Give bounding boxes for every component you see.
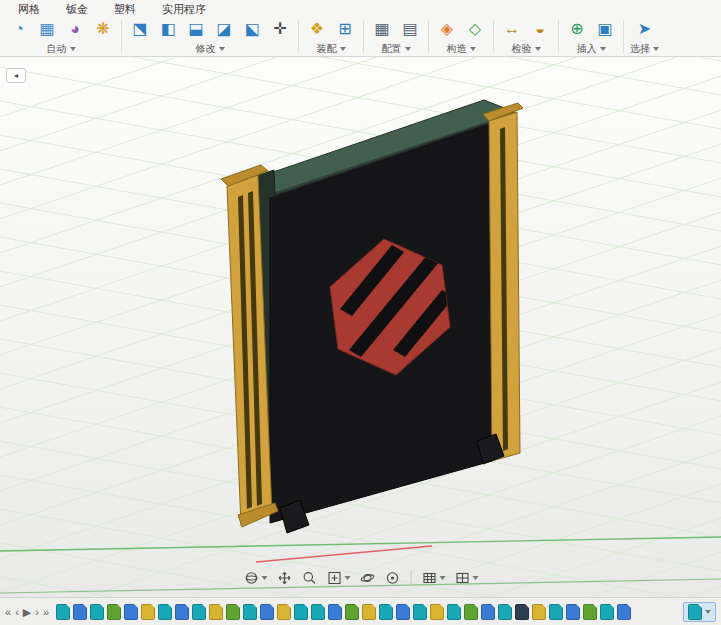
display-settings-button[interactable] <box>240 568 270 588</box>
timeline-feature-13[interactable] <box>260 604 274 620</box>
look-at-button[interactable] <box>381 568 403 588</box>
timeline-feature-15[interactable] <box>294 604 308 620</box>
timeline-feature-23[interactable] <box>430 604 444 620</box>
dropdown-caret-icon <box>470 47 476 51</box>
toolbar-group: ❖⊞装配 <box>300 17 362 56</box>
toolbar-group-label[interactable]: 配置 <box>382 42 411 56</box>
fusion-window: 网格钣金塑料实用程序 ◔▦◕❋自动⬔◧⬓◪⬕✛修改❖⊞装配▦▤配置◈◇构造↔◒检… <box>0 0 721 625</box>
timeline-feature-22[interactable] <box>413 604 427 620</box>
configuration-table-icon[interactable]: ▤ <box>398 17 422 41</box>
timeline-feature-24[interactable] <box>447 604 461 620</box>
mesh-grid-icon[interactable]: ▦ <box>35 17 59 41</box>
timeline-feature-11[interactable] <box>226 604 240 620</box>
timeline-feature-5[interactable] <box>124 604 138 620</box>
timeline-feature-12[interactable] <box>243 604 257 620</box>
construction-axis-icon[interactable]: ◇ <box>463 17 487 41</box>
timeline-feature-4[interactable] <box>107 604 121 620</box>
toolbar-separator <box>558 20 559 53</box>
toolbar-group: ⊕▣插入 <box>560 17 622 56</box>
model-3d[interactable] <box>0 57 721 597</box>
timeline-feature-18[interactable] <box>345 604 359 620</box>
timeline-feature-25[interactable] <box>464 604 478 620</box>
toolbar-group-label[interactable]: 选择 <box>630 42 659 56</box>
toolbar-group-label[interactable]: 修改 <box>196 42 225 56</box>
canvas-icon[interactable]: ▣ <box>593 17 617 41</box>
section-analysis-icon[interactable]: ◒ <box>528 17 552 41</box>
navbar-separator <box>410 570 411 586</box>
generative-icon[interactable]: ❋ <box>91 17 115 41</box>
timeline-feature-19[interactable] <box>362 604 376 620</box>
timeline-feature-17[interactable] <box>328 604 342 620</box>
configure-icon[interactable]: ▦ <box>370 17 394 41</box>
timeline-feature-28[interactable] <box>515 604 529 620</box>
zoom-icon <box>301 570 317 586</box>
timeline-feature-26[interactable] <box>481 604 495 620</box>
dropdown-caret-icon <box>600 47 606 51</box>
dropdown-caret-icon <box>70 47 76 51</box>
timeline-feature-16[interactable] <box>311 604 325 620</box>
toolbar-group-label[interactable]: 构造 <box>447 42 476 56</box>
timeline-feature-30[interactable] <box>549 604 563 620</box>
toolbar-group: ◔▦◕❋自动 <box>2 17 120 56</box>
construction-plane-icon[interactable]: ◈ <box>435 17 459 41</box>
ribbon: 网格钣金塑料实用程序 ◔▦◕❋自动⬔◧⬓◪⬕✛修改❖⊞装配▦▤配置◈◇构造↔◒检… <box>0 0 721 57</box>
viewports-button[interactable] <box>451 568 481 588</box>
tab-2[interactable]: 钣金 <box>66 2 88 17</box>
zoom-button[interactable] <box>298 568 320 588</box>
timeline-feature-32[interactable] <box>583 604 597 620</box>
dropdown-caret-icon <box>535 47 541 51</box>
pan-button[interactable] <box>273 568 295 588</box>
select-icon[interactable]: ➤ <box>633 17 657 41</box>
insert-derive-icon[interactable]: ⊕ <box>565 17 589 41</box>
move-copy-icon[interactable]: ✛ <box>268 17 292 41</box>
dropdown-caret-icon <box>472 576 478 580</box>
offset-face-icon[interactable]: ⬕ <box>240 17 264 41</box>
fit-button[interactable] <box>323 568 353 588</box>
timeline-feature-2[interactable] <box>73 604 87 620</box>
timeline-feature-9[interactable] <box>192 604 206 620</box>
timeline-feature-8[interactable] <box>175 604 189 620</box>
timeline-current-feature[interactable] <box>683 602 716 622</box>
viewport-3d[interactable]: ◄ <box>0 57 721 597</box>
skip-to-end-icon[interactable]: » <box>43 604 49 620</box>
press-pull-icon[interactable]: ⬔ <box>128 17 152 41</box>
new-component-icon[interactable]: ❖ <box>305 17 329 41</box>
timeline-feature-33[interactable] <box>600 604 614 620</box>
timeline-feature-34[interactable] <box>617 604 631 620</box>
timeline-feature-31[interactable] <box>566 604 580 620</box>
toolbar-separator <box>121 20 122 53</box>
tab-4[interactable]: 实用程序 <box>162 2 206 17</box>
grid-layout-button[interactable] <box>418 568 448 588</box>
fillet-icon[interactable]: ◧ <box>156 17 180 41</box>
toolbar-group-label[interactable]: 自动 <box>47 42 76 56</box>
toolbar-group-label[interactable]: 装配 <box>317 42 346 56</box>
timeline-feature-10[interactable] <box>209 604 223 620</box>
shell-icon[interactable]: ⬓ <box>184 17 208 41</box>
toolbar-group-label[interactable]: 检验 <box>512 42 541 56</box>
tab-1[interactable]: 网格 <box>18 2 40 17</box>
browser-collapse-toggle[interactable]: ◄ <box>6 68 26 83</box>
surface-tool-icon[interactable]: ◔ <box>7 17 31 41</box>
form-icon[interactable]: ◕ <box>63 17 87 41</box>
toolbar-group-label[interactable]: 插入 <box>577 42 606 56</box>
orbit-button[interactable] <box>356 568 378 588</box>
skip-to-start-icon[interactable]: « <box>5 604 11 620</box>
timeline-feature-21[interactable] <box>396 604 410 620</box>
joint-icon[interactable]: ⊞ <box>333 17 357 41</box>
measure-icon[interactable]: ↔ <box>500 17 524 41</box>
timeline-feature-1[interactable] <box>56 604 70 620</box>
timeline-feature-6[interactable] <box>141 604 155 620</box>
step-forward-icon[interactable]: › <box>35 604 39 620</box>
timeline-feature-14[interactable] <box>277 604 291 620</box>
combine-icon[interactable]: ◪ <box>212 17 236 41</box>
timeline-feature-27[interactable] <box>498 604 512 620</box>
toolbar-group: ⬔◧⬓◪⬕✛修改 <box>123 17 297 56</box>
ribbon-toolbar: ◔▦◕❋自动⬔◧⬓◪⬕✛修改❖⊞装配▦▤配置◈◇构造↔◒检验⊕▣插入➤选择 <box>0 17 721 56</box>
timeline-feature-20[interactable] <box>379 604 393 620</box>
timeline-feature-7[interactable] <box>158 604 172 620</box>
play-icon[interactable]: ▶ <box>23 604 31 620</box>
step-back-icon[interactable]: ‹ <box>15 604 19 620</box>
timeline-feature-3[interactable] <box>90 604 104 620</box>
timeline-feature-29[interactable] <box>532 604 546 620</box>
tab-3[interactable]: 塑料 <box>114 2 136 17</box>
